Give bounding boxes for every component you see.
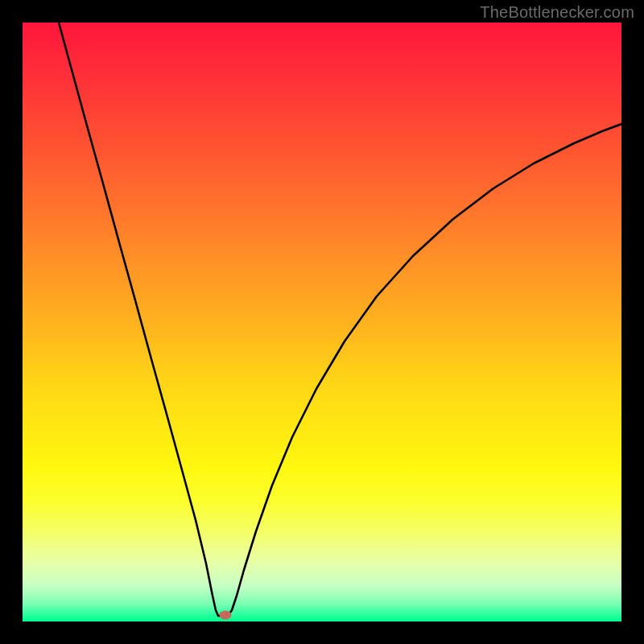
bottleneck-curve (59, 23, 621, 616)
watermark-text: TheBottlenecker.com (480, 3, 634, 22)
minimum-marker (220, 611, 232, 620)
curve-svg (23, 23, 621, 621)
plot-area (23, 23, 621, 621)
chart-frame: TheBottlenecker.com (0, 0, 644, 644)
